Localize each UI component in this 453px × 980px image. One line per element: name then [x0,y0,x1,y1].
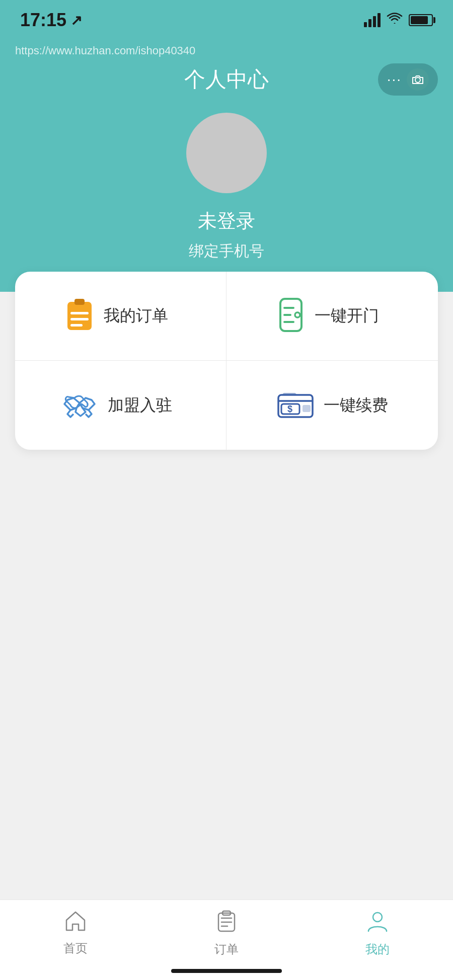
user-icon [366,910,389,937]
open-door-label: 一键开门 [315,305,379,327]
renew-item[interactable]: $ 一键续费 [226,361,438,450]
join-item[interactable]: 加盟入驻 [15,361,226,450]
hero-section: https://www.huzhan.com/ishop40340 个人中心 ·… [0,40,453,292]
username-text: 未登录 [198,208,255,234]
svg-rect-4 [70,318,89,320]
header-actions[interactable]: ··· [378,63,438,96]
status-icons [364,12,433,28]
mine-nav-label: 我的 [365,941,390,957]
signal-icon [364,13,381,27]
svg-point-0 [415,77,420,83]
nav-home[interactable]: 首页 [0,910,151,956]
svg-rect-3 [70,312,89,314]
quick-actions-card: 我的订单 一键开门 [15,272,438,450]
menu-dots-icon[interactable]: ··· [387,71,402,88]
bottom-nav: 首页 订单 我的 [0,900,453,980]
orders-nav-label: 订单 [214,941,239,957]
orders-icon [216,910,237,937]
svg-point-10 [295,312,300,317]
battery-icon [409,14,433,26]
status-time: 17:15 ↗ [20,10,82,31]
status-bar: 17:15 ↗ [0,0,453,40]
my-orders-label: 我的订单 [104,305,168,327]
camera-button[interactable] [407,68,429,91]
time-display: 17:15 [20,10,66,31]
join-label: 加盟入驻 [108,394,172,417]
nav-orders[interactable]: 订单 [151,910,302,957]
svg-rect-2 [74,299,85,305]
page-title: 个人中心 [184,65,269,94]
svg-point-20 [373,913,382,922]
svg-text:$: $ [287,404,292,414]
url-bar: https://www.huzhan.com/ishop40340 [0,40,453,61]
nav-mine[interactable]: 我的 [302,910,453,957]
home-icon [64,910,87,936]
home-indicator [171,969,282,973]
renew-label: 一键续费 [324,394,388,417]
url-text: https://www.huzhan.com/ishop40340 [15,44,195,57]
avatar[interactable] [186,113,267,193]
header-pill[interactable]: ··· [378,63,438,96]
open-door-item[interactable]: 一键开门 [226,272,438,361]
wallet-icon: $ [276,389,315,422]
phone-bind-text[interactable]: 绑定手机号 [189,241,264,262]
page-header: 个人中心 ··· [0,65,453,94]
clipboard-icon [64,298,95,334]
handshake-icon [60,389,99,422]
wifi-icon [387,12,403,28]
svg-rect-14 [303,405,311,412]
my-orders-item[interactable]: 我的订单 [15,272,226,361]
location-arrow-icon: ↗ [70,12,82,29]
card-grid: 我的订单 一键开门 [15,272,438,450]
door-key-icon [276,297,306,335]
svg-rect-5 [70,324,83,326]
home-nav-label: 首页 [63,940,88,956]
